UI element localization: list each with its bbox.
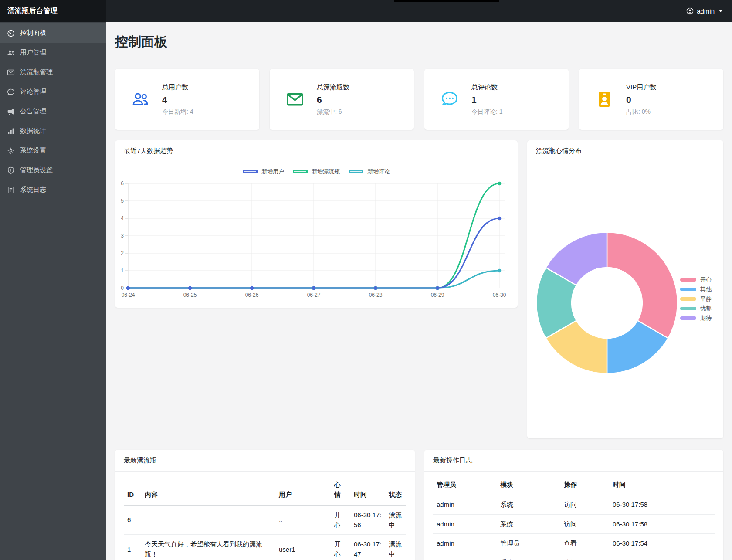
table-cell: 06-30 17:58 [609, 514, 715, 533]
vip-badge-icon [595, 90, 614, 109]
table-cell: 6 [124, 505, 141, 535]
sidebar-item-label: 漂流瓶管理 [20, 68, 53, 76]
operation-logs-title: 最新操作日志 [424, 450, 723, 472]
legend-swatch [243, 170, 258, 173]
stat-sub: 今日新增: 4 [162, 108, 193, 116]
table-row: 1今天天气真好，希望能有人看到我的漂流瓶！user1开心06-30 17:47漂… [124, 535, 406, 560]
sidebar-item-gear[interactable]: 系统设置 [0, 141, 106, 160]
svg-text:2: 2 [121, 250, 124, 256]
table-cell: admin [433, 553, 497, 560]
pie-legend-swatch [680, 297, 696, 301]
chat-icon [440, 90, 459, 109]
pie-legend-swatch [680, 307, 696, 310]
sidebar-item-chat[interactable]: 评论管理 [0, 82, 106, 102]
svg-text:06-28: 06-28 [369, 292, 383, 298]
stat-value: 1 [471, 95, 503, 105]
svg-text:4: 4 [121, 215, 124, 221]
pie-legend-item[interactable]: 忧郁 [680, 304, 712, 313]
table-cell: 访问 [560, 553, 609, 560]
pie-legend-item[interactable]: 期待 [680, 313, 712, 323]
users-icon [131, 90, 150, 109]
table-cell: 漂流中 [385, 505, 406, 535]
stat-label: 总评论数 [471, 83, 503, 92]
bar-chart-icon [7, 127, 15, 135]
sidebar-item-users[interactable]: 用户管理 [0, 43, 106, 62]
sidebar-item-speedometer[interactable]: 控制面板 [0, 23, 106, 43]
column-header: 管理员 [433, 474, 497, 495]
column-header: 心情 [331, 474, 350, 505]
column-header: 操作 [560, 474, 609, 495]
table-cell: 访问 [560, 495, 609, 514]
table-cell: 开心 [331, 505, 350, 535]
table-cell: 今天天气真好，希望能有人看到我的漂流瓶！ [141, 535, 275, 560]
table-cell: admin [433, 495, 497, 514]
journal-icon [7, 186, 15, 194]
sidebar-item-label: 用户管理 [20, 48, 46, 57]
svg-text:0: 0 [121, 285, 124, 291]
table-cell: 06-30 17:54 [609, 553, 715, 560]
user-menu[interactable]: admin [686, 0, 732, 22]
sidebar-item-label: 数据统计 [20, 127, 46, 135]
topbar: 漂流瓶后台管理 admin [0, 0, 732, 22]
sidebar-item-megaphone[interactable]: 公告管理 [0, 102, 106, 121]
table-cell: .. [275, 505, 331, 535]
sidebar-item-shield[interactable]: 管理员设置 [0, 160, 106, 180]
stat-card: VIP用户数0占比: 0% [579, 69, 723, 130]
table-cell: 06-30 17:47 [350, 535, 385, 560]
app-brand: 漂流瓶后台管理 [0, 0, 106, 22]
person-circle-icon [686, 7, 694, 15]
svg-text:3: 3 [121, 233, 124, 239]
svg-text:06-27: 06-27 [307, 292, 321, 298]
pie-legend-item[interactable]: 开心 [680, 275, 712, 285]
envelope-icon [285, 90, 305, 109]
table-cell: 系统 [497, 495, 560, 514]
column-header: 模块 [497, 474, 560, 495]
pie-legend-label: 其他 [700, 285, 712, 293]
table-row: admin系统访问06-30 17:58 [433, 495, 715, 514]
column-header: 状态 [385, 474, 406, 505]
table-row: admin系统访问06-30 17:58 [433, 514, 715, 533]
sidebar-item-label: 评论管理 [20, 88, 46, 96]
sidebar: 控制面板用户管理漂流瓶管理评论管理公告管理数据统计系统设置管理员设置系统日志 [0, 22, 106, 560]
pie-chart-legend: 开心其他平静忧郁期待 [680, 275, 712, 323]
svg-text:5: 5 [121, 198, 124, 204]
sidebar-item-bar-chart[interactable]: 数据统计 [0, 121, 106, 141]
legend-item[interactable]: 新增漂流瓶 [293, 168, 340, 176]
line-chart-svg: 012345606-2406-2506-2606-2706-2806-2906-… [115, 176, 518, 303]
table-cell: 管理员 [497, 533, 560, 553]
gear-icon [7, 147, 15, 155]
mood-chart-title: 漂流瓶心情分布 [527, 140, 723, 162]
speedometer-icon [7, 29, 15, 37]
pie-legend-label: 忧郁 [700, 305, 712, 312]
megaphone-icon [7, 108, 15, 115]
line-chart-legend: 新增用户新增漂流瓶新增评论 [115, 168, 518, 176]
sidebar-item-label: 系统设置 [20, 146, 46, 155]
user-name: admin [697, 7, 715, 15]
trend-chart-card: 最近7天数据趋势 新增用户新增漂流瓶新增评论 012345606-2406-25… [115, 140, 518, 308]
pie-legend-item[interactable]: 平静 [680, 294, 712, 304]
pie-legend-swatch [680, 278, 696, 282]
stat-card: 总评论数1今日评论: 1 [424, 69, 569, 130]
svg-text:06-30: 06-30 [493, 292, 506, 298]
stat-value: 6 [317, 95, 349, 105]
legend-item[interactable]: 新增评论 [349, 168, 390, 176]
chevron-down-icon [719, 10, 722, 12]
pie-legend-item[interactable]: 其他 [680, 285, 712, 294]
legend-label: 新增漂流瓶 [312, 168, 340, 176]
sidebar-item-journal[interactable]: 系统日志 [0, 180, 106, 200]
sidebar-item-envelope[interactable]: 漂流瓶管理 [0, 62, 106, 82]
svg-text:06-24: 06-24 [122, 292, 135, 298]
envelope-icon [7, 68, 15, 76]
stat-card: 总用户数4今日新增: 4 [115, 69, 259, 130]
stat-sub: 漂流中: 6 [317, 108, 349, 116]
screen-artifact-strip [394, 0, 499, 2]
table-cell: 开心 [331, 535, 350, 560]
stat-label: VIP用户数 [626, 83, 656, 92]
table-cell: 1 [124, 535, 141, 560]
stat-card: 总漂流瓶数6漂流中: 6 [270, 69, 414, 130]
latest-bottles-card: 最新漂流瓶 ID内容用户心情时间状态 6..开心06-30 17:56漂流中1今… [115, 450, 415, 560]
legend-item[interactable]: 新增用户 [243, 168, 284, 176]
legend-swatch [293, 170, 308, 173]
column-header: 时间 [609, 474, 715, 495]
svg-text:06-29: 06-29 [431, 292, 444, 298]
